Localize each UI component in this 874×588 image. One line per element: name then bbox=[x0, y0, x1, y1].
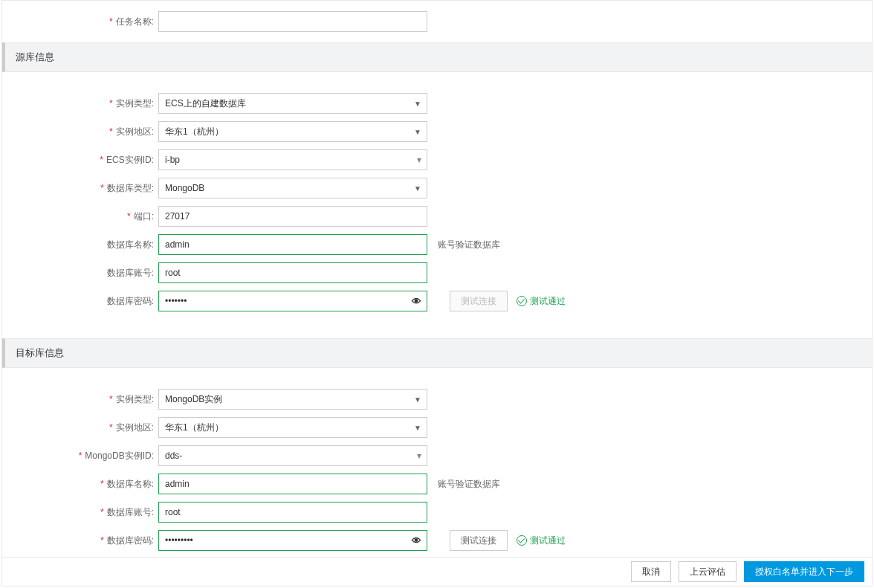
footer-bar: 取消 上云评估 授权白名单并进入下一步 bbox=[1, 557, 873, 587]
page-container: *任务名称: 源库信息 *实例类型: *实例地区: *ECS实例ID: bbox=[1, 0, 873, 558]
check-circle-icon bbox=[517, 535, 527, 546]
cloud-eval-button[interactable]: 上云评估 bbox=[679, 561, 737, 582]
source-db-type-row: *数据库类型: bbox=[2, 178, 872, 198]
target-test-result: 测试通过 bbox=[517, 534, 566, 547]
source-region-row: *实例地区: bbox=[2, 121, 872, 142]
source-dbuser-input[interactable] bbox=[158, 262, 427, 283]
source-region-label: *实例地区: bbox=[2, 126, 158, 138]
target-dbname-input[interactable] bbox=[158, 474, 427, 494]
source-port-input[interactable] bbox=[158, 206, 427, 227]
source-port-label: *端口: bbox=[2, 210, 158, 223]
task-name-label: *任务名称: bbox=[2, 16, 158, 28]
source-dbpass-row: 数据库密码: 👁 测试连接 测试通过 bbox=[2, 291, 872, 311]
target-dbpass-label: *数据库密码: bbox=[2, 534, 158, 547]
target-instance-type-label: *实例类型: bbox=[2, 393, 158, 406]
target-dbname-row: *数据库名称: 账号验证数据库 bbox=[2, 474, 872, 494]
source-ecs-id-select[interactable] bbox=[158, 149, 427, 170]
target-test-connection-button[interactable]: 测试连接 bbox=[450, 530, 508, 551]
target-dbuser-input[interactable] bbox=[158, 502, 427, 523]
source-region-select[interactable] bbox=[158, 121, 427, 142]
source-test-result: 测试通过 bbox=[517, 295, 566, 308]
source-port-row: *端口: bbox=[2, 206, 872, 227]
target-instance-type-row: *实例类型: bbox=[2, 389, 872, 410]
target-mongo-id-row: *MongoDB实例ID: bbox=[2, 445, 872, 466]
target-section-body: *实例类型: *实例地区: *MongoDB实例ID: *数据库名称: 账号验证 bbox=[2, 368, 872, 558]
source-section-header: 源库信息 bbox=[2, 42, 872, 72]
target-region-label: *实例地区: bbox=[2, 421, 158, 434]
task-name-input[interactable] bbox=[158, 11, 427, 32]
target-section-header: 目标库信息 bbox=[2, 338, 872, 368]
source-instance-type-select[interactable] bbox=[158, 93, 427, 114]
source-dbuser-label: 数据库账号: bbox=[2, 267, 158, 280]
target-instance-type-select[interactable] bbox=[158, 389, 427, 410]
target-dbname-label: *数据库名称: bbox=[2, 478, 158, 491]
source-db-type-label: *数据库类型: bbox=[2, 182, 158, 195]
eye-icon[interactable]: 👁 bbox=[412, 535, 421, 546]
target-region-select[interactable] bbox=[158, 417, 427, 438]
task-name-row: *任务名称: bbox=[2, 8, 872, 29]
target-dbuser-label: *数据库账号: bbox=[2, 506, 158, 519]
source-dbname-label: 数据库名称: bbox=[2, 239, 158, 251]
target-dbpass-row: *数据库密码: 👁 测试连接 测试通过 bbox=[2, 530, 872, 551]
source-dbname-hint: 账号验证数据库 bbox=[438, 239, 500, 251]
source-ecs-id-row: *ECS实例ID: bbox=[2, 149, 872, 170]
source-ecs-id-label: *ECS实例ID: bbox=[2, 154, 158, 167]
source-dbname-row: 数据库名称: 账号验证数据库 bbox=[2, 234, 872, 255]
source-instance-type-row: *实例类型: bbox=[2, 93, 872, 114]
next-step-button[interactable]: 授权白名单并进入下一步 bbox=[744, 561, 864, 582]
target-dbuser-row: *数据库账号: bbox=[2, 502, 872, 523]
check-circle-icon bbox=[517, 296, 527, 306]
source-dbpass-label: 数据库密码: bbox=[2, 295, 158, 308]
eye-icon[interactable]: 👁 bbox=[412, 296, 421, 307]
source-section-body: *实例类型: *实例地区: *ECS实例ID: *数据库类型: bbox=[2, 72, 872, 325]
source-instance-type-label: *实例类型: bbox=[2, 97, 158, 110]
source-dbpass-input[interactable] bbox=[158, 291, 427, 311]
cancel-button[interactable]: 取消 bbox=[631, 561, 671, 582]
target-mongo-id-select[interactable] bbox=[158, 445, 427, 466]
target-dbpass-input[interactable] bbox=[158, 530, 427, 551]
source-dbname-input[interactable] bbox=[158, 234, 427, 255]
source-dbuser-row: 数据库账号: bbox=[2, 262, 872, 283]
target-region-row: *实例地区: bbox=[2, 417, 872, 438]
target-mongo-id-label: *MongoDB实例ID: bbox=[2, 450, 158, 462]
target-dbname-hint: 账号验证数据库 bbox=[438, 478, 500, 491]
source-db-type-select[interactable] bbox=[158, 178, 427, 198]
source-test-connection-button[interactable]: 测试连接 bbox=[450, 291, 508, 311]
